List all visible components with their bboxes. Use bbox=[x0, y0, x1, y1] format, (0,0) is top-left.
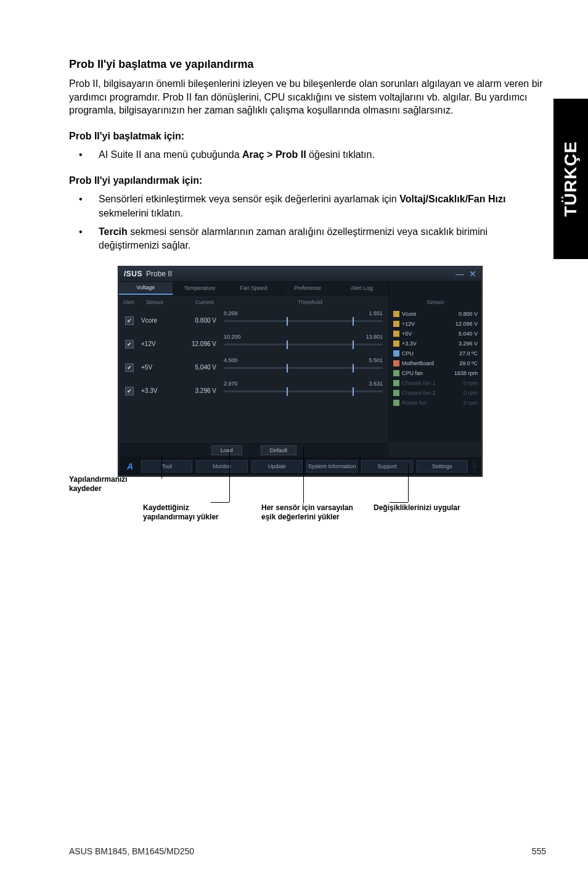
summary-label: +5V bbox=[402, 331, 412, 337]
load-button[interactable]: Load bbox=[211, 445, 242, 455]
minimize-icon[interactable]: — bbox=[455, 269, 464, 279]
bolt-icon bbox=[393, 340, 399, 347]
threshold-slider[interactable]: 4.500 5.501 bbox=[221, 358, 385, 377]
footer-model: ASUS BM1845, BM1645/MD250 bbox=[69, 846, 194, 856]
summary-header: Sensor bbox=[393, 298, 478, 309]
page-heading: Prob II'yi başlatma ve yapılandırma bbox=[69, 58, 546, 71]
callout-default: Her sensör için varsayılan eşik değerler… bbox=[261, 503, 354, 522]
threshold-slider[interactable]: 2.970 3.631 bbox=[221, 382, 385, 400]
summary-value: 27.0 ºC bbox=[459, 350, 478, 357]
alert-checkbox[interactable]: ✔ bbox=[125, 340, 134, 349]
callout-save: Yapılandırmanızı kaydeder bbox=[69, 475, 161, 493]
brand-logo: /SUS bbox=[124, 270, 142, 278]
bolt-icon bbox=[393, 331, 399, 337]
thermometer-icon bbox=[393, 360, 399, 366]
threshold-high: 13.801 bbox=[365, 334, 383, 340]
start-bullet: AI Suite II ana menü çubuğunda Araç > Pr… bbox=[69, 148, 546, 162]
sensor-row: ✔ Vcore 0.800 V 0.258 1.551 bbox=[123, 309, 385, 332]
conf2-bold: Tercih bbox=[99, 226, 128, 237]
alert-checkbox[interactable]: ✔ bbox=[125, 387, 134, 395]
summary-panel: Sensor Vcore0.800 V +12V12.096 V +5V5.04… bbox=[389, 295, 481, 442]
ai-suite-logo-icon[interactable]: A bbox=[123, 460, 137, 472]
tab-alert-log[interactable]: Alert Log bbox=[335, 282, 389, 295]
summary-label: +12V bbox=[402, 321, 415, 327]
sensor-panel: Alert Sensor Current Threshold ✔ Vcore 0… bbox=[119, 295, 389, 442]
side-language-tab: TÜRKÇE bbox=[553, 99, 588, 259]
sensor-row: ✔ +3.3V 3.296 V 2.970 3.631 bbox=[123, 379, 385, 403]
bolt-icon bbox=[393, 321, 399, 327]
bolt-icon bbox=[393, 311, 399, 317]
summary-item: Vcore0.800 V bbox=[393, 309, 478, 319]
sensor-current: 3.296 V bbox=[186, 387, 221, 394]
summary-item: CPU27.0 ºC bbox=[393, 349, 478, 358]
sensor-row: ✔ +5V 5.040 V 4.500 5.501 bbox=[123, 356, 385, 379]
tool-button[interactable]: Tool bbox=[141, 460, 192, 472]
hdr-alert: Alert bbox=[123, 299, 146, 305]
support-button[interactable]: Support bbox=[361, 460, 412, 472]
summary-item: MotherBoard29.0 ºC bbox=[393, 358, 478, 368]
footer-page-number: 555 bbox=[532, 846, 546, 856]
threshold-high: 1.551 bbox=[369, 310, 383, 316]
default-button[interactable]: Default bbox=[261, 445, 297, 455]
summary-label: Chassis fan 2 bbox=[402, 390, 436, 396]
summary-item: +3.3V3.296 V bbox=[393, 339, 478, 349]
alert-checkbox[interactable]: ✔ bbox=[125, 363, 134, 372]
main-tabs: Voltage Temperature Fan Speed Preference… bbox=[119, 282, 481, 295]
summary-value: 12.096 V bbox=[455, 321, 478, 327]
threshold-low: 0.258 bbox=[224, 310, 238, 316]
threshold-slider[interactable]: 0.258 1.551 bbox=[221, 311, 385, 330]
summary-item: Power fan0 rpm bbox=[393, 398, 478, 408]
conf1-post: sekmelerini tıklatın. bbox=[99, 208, 183, 218]
threshold-low: 4.500 bbox=[224, 357, 238, 363]
tab-preference[interactable]: Preference bbox=[281, 282, 335, 295]
tab-temperature[interactable]: Temperature bbox=[173, 282, 227, 295]
summary-item: +5V5.040 V bbox=[393, 329, 478, 339]
sensor-row: ✔ +12V 12.096 V 10.200 13.801 bbox=[123, 332, 385, 356]
side-language-label: TÜRKÇE bbox=[561, 141, 581, 217]
summary-value: 5.040 V bbox=[459, 331, 478, 337]
callout-load: Kaydettiğiniz yapılandırmayı yükler bbox=[143, 503, 223, 522]
summary-value: 0 rpm bbox=[463, 400, 478, 406]
start-bullet-bold: Araç > Prob II bbox=[242, 149, 306, 160]
sensor-current: 12.096 V bbox=[186, 340, 221, 347]
window-title: Probe II bbox=[146, 270, 172, 278]
update-button[interactable]: Update bbox=[251, 460, 303, 472]
sensor-headers: Alert Sensor Current Threshold bbox=[123, 298, 385, 309]
sensor-name: +12V bbox=[141, 340, 186, 347]
system-info-button[interactable]: System Information bbox=[306, 460, 357, 472]
expand-icon[interactable]: › bbox=[472, 460, 478, 472]
configure-bullet-1: Sensörleri etkinleştirmek veya sensör eş… bbox=[69, 192, 546, 220]
titlebar: /SUS Probe II — ✕ bbox=[119, 267, 481, 282]
settings-button[interactable]: Settings bbox=[417, 460, 468, 472]
summary-item: CPU fan1638 rpm bbox=[393, 368, 478, 378]
fan-icon bbox=[393, 380, 399, 386]
threshold-high: 3.631 bbox=[369, 381, 383, 387]
start-bullet-post: öğesini tıklatın. bbox=[306, 149, 375, 160]
close-icon[interactable]: ✕ bbox=[469, 269, 476, 279]
start-subhead: Prob II'yi başlatmak için: bbox=[69, 131, 546, 142]
threshold-low: 10.200 bbox=[224, 334, 241, 340]
conf2-post: sekmesi sensör alarmlarının zaman aralığ… bbox=[99, 226, 488, 250]
sensor-current: 0.800 V bbox=[186, 317, 221, 324]
probe-window: /SUS Probe II — ✕ Voltage Temperature Fa… bbox=[118, 266, 482, 476]
bottom-bar: A Tool Monitor Update System Information… bbox=[119, 457, 481, 476]
summary-label: +3.3V bbox=[402, 340, 417, 347]
summary-value: 0.800 V bbox=[459, 311, 478, 317]
configure-bullet-2: Tercih sekmesi sensör alarmlarının zaman… bbox=[69, 225, 546, 253]
summary-label: CPU fan bbox=[402, 370, 423, 376]
tab-fan-speed[interactable]: Fan Speed bbox=[227, 282, 281, 295]
summary-label: Chassis fan 1 bbox=[402, 380, 436, 386]
summary-label: MotherBoard bbox=[402, 360, 434, 366]
mid-button-bar: Load Default bbox=[119, 444, 389, 457]
summary-item: Chassis fan 20 rpm bbox=[393, 388, 478, 398]
hdr-current: Current bbox=[195, 299, 235, 305]
callout-apply: Değişikliklerinizi uygular bbox=[374, 503, 472, 513]
callouts: Yapılandırmanızı kaydeder Kaydettiğiniz … bbox=[118, 479, 482, 559]
alert-checkbox[interactable]: ✔ bbox=[125, 316, 134, 325]
threshold-slider[interactable]: 10.200 13.801 bbox=[221, 335, 385, 353]
sensor-name: +5V bbox=[141, 364, 186, 371]
summary-item: Chassis fan 10 rpm bbox=[393, 378, 478, 388]
tab-voltage[interactable]: Voltage bbox=[119, 282, 173, 295]
page-footer: ASUS BM1845, BM1645/MD250 555 bbox=[69, 846, 546, 856]
monitor-button[interactable]: Monitor bbox=[196, 460, 247, 472]
